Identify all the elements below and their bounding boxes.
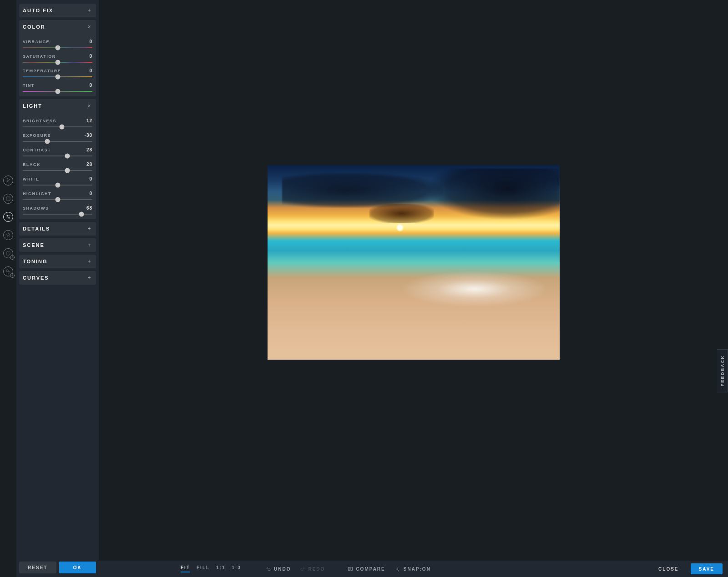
compare-icon	[348, 566, 353, 572]
undo-icon	[266, 566, 271, 572]
slider-contrast: CONTRAST28	[23, 147, 92, 156]
redo-label: REDO	[308, 567, 325, 572]
expand-icon[interactable]: +	[86, 258, 92, 265]
slider-thumb[interactable]	[55, 183, 60, 188]
slider-highlight: HIGHLIGHT0	[23, 191, 92, 200]
slider-thumb[interactable]	[55, 75, 60, 80]
panel-title: COLOR	[23, 24, 46, 30]
slider-value: 28	[86, 147, 92, 152]
panel-header-color[interactable]: COLOR ×	[19, 20, 96, 34]
zoom-fit[interactable]: FIT	[181, 565, 190, 572]
panel-header-details[interactable]: DETAILS +	[19, 222, 96, 236]
svg-rect-0	[6, 197, 10, 201]
slider-thumb[interactable]	[55, 45, 60, 50]
expand-icon[interactable]: +	[86, 242, 92, 248]
slider-thumb[interactable]	[45, 139, 50, 144]
slider-thumb[interactable]	[55, 89, 60, 94]
slider-thumb[interactable]	[59, 125, 64, 130]
expand-icon[interactable]: +	[86, 226, 92, 232]
slider-track[interactable]	[23, 126, 92, 127]
svg-rect-6	[351, 567, 353, 571]
effects-icon[interactable]	[3, 230, 13, 240]
slider-track[interactable]	[23, 91, 92, 92]
panel-header-autofix[interactable]: AUTO FIX +	[19, 4, 96, 17]
slider-track[interactable]	[23, 156, 92, 156]
slider-thumb[interactable]	[55, 60, 60, 65]
panel-body-color: VIBRANCE0SATURATION0TEMPERATURE0TINT0	[19, 39, 96, 96]
slider-thumb[interactable]	[65, 154, 70, 159]
tool-group: COMPARE SNAP:ON	[348, 566, 431, 572]
redo-icon	[300, 566, 305, 572]
undo-button[interactable]: UNDO	[266, 566, 291, 572]
slider-label: SATURATION	[23, 54, 56, 59]
svg-point-4	[8, 271, 10, 273]
compare-label: COMPARE	[356, 567, 385, 572]
panel-details: DETAILS +	[19, 222, 96, 236]
element-icon[interactable]: +	[3, 248, 13, 258]
panel-scene: SCENE +	[19, 238, 96, 252]
slider-thumb[interactable]	[79, 212, 84, 217]
compare-button[interactable]: COMPARE	[348, 566, 385, 572]
close-button[interactable]: CLOSE	[650, 563, 687, 574]
save-button[interactable]: SAVE	[691, 563, 723, 574]
slider-label: BRIGHTNESS	[23, 119, 56, 123]
slider-track[interactable]	[23, 170, 92, 171]
crop-icon[interactable]	[3, 194, 13, 204]
slider-value: 0	[89, 191, 92, 196]
slider-label: WHITE	[23, 177, 40, 181]
panel-title: CURVES	[23, 275, 49, 281]
panel-footer: RESET OK	[19, 560, 96, 573]
panel-title: TONING	[23, 259, 48, 264]
slider-track[interactable]	[23, 47, 92, 48]
slider-track[interactable]	[23, 62, 92, 63]
close-icon[interactable]: ×	[86, 103, 92, 109]
slider-value: 0	[89, 83, 92, 88]
slider-white: WHITE0	[23, 176, 92, 186]
zoom-1-1[interactable]: 1:1	[216, 565, 225, 572]
zoom-fill[interactable]: FILL	[197, 565, 210, 572]
panel-title: AUTO FIX	[23, 8, 53, 13]
slider-value: 0	[89, 68, 92, 73]
slider-vibrance: VIBRANCE0	[23, 39, 92, 48]
svg-point-3	[6, 270, 9, 272]
panel-header-light[interactable]: LIGHT ×	[19, 99, 96, 113]
adjust-icon[interactable]	[3, 212, 13, 222]
canvas-viewport[interactable]	[99, 0, 728, 561]
cursor-icon[interactable]	[3, 176, 13, 186]
slider-tint: TINT0	[23, 83, 92, 92]
retouch-icon[interactable]: +	[3, 266, 13, 276]
snap-button[interactable]: SNAP:ON	[395, 566, 431, 572]
snap-icon	[395, 566, 401, 572]
undo-label: UNDO	[274, 567, 291, 572]
slider-thumb[interactable]	[65, 168, 70, 173]
slider-value: 0	[89, 39, 92, 44]
reset-button[interactable]: RESET	[19, 562, 56, 573]
panel-header-scene[interactable]: SCENE +	[19, 238, 96, 252]
feedback-tab[interactable]: FEEDBACK	[717, 349, 728, 392]
expand-icon[interactable]: +	[86, 7, 92, 14]
panel-color: COLOR × VIBRANCE0SATURATION0TEMPERATURE0…	[19, 20, 96, 96]
slider-value: 0	[89, 176, 92, 181]
expand-icon[interactable]: +	[86, 275, 92, 281]
slider-saturation: SATURATION0	[23, 54, 92, 63]
slider-thumb[interactable]	[55, 197, 60, 202]
slider-exposure: EXPOSURE-30	[23, 133, 92, 142]
slider-track[interactable]	[23, 199, 92, 200]
slider-track[interactable]	[23, 76, 92, 77]
ok-button[interactable]: OK	[59, 562, 96, 573]
panel-header-curves[interactable]: CURVES +	[19, 271, 96, 285]
slider-track[interactable]	[23, 214, 92, 215]
history-group: UNDO REDO	[266, 566, 325, 572]
panel-header-toning[interactable]: TONING +	[19, 255, 96, 268]
zoom-1-3[interactable]: 1:3	[232, 565, 241, 572]
svg-point-1	[7, 216, 8, 216]
slider-track[interactable]	[23, 141, 92, 142]
close-icon[interactable]: ×	[86, 24, 92, 30]
right-actions: CLOSE SAVE	[650, 563, 723, 574]
slider-label: SHADOWS	[23, 206, 49, 211]
panel-autofix: AUTO FIX +	[19, 4, 96, 17]
redo-button: REDO	[300, 566, 325, 572]
slider-label: BLACK	[23, 162, 40, 167]
slider-label: EXPOSURE	[23, 133, 51, 138]
slider-track[interactable]	[23, 185, 92, 186]
